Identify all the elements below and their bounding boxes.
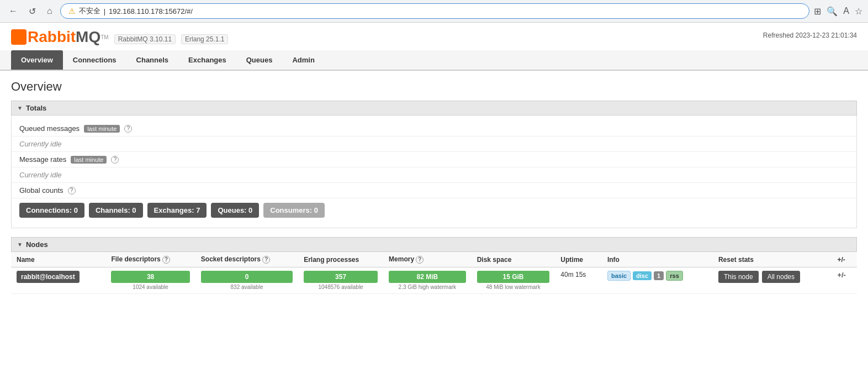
col-memory: Memory ? [383,252,472,267]
queues-count-btn[interactable]: Queues: 0 [211,203,259,218]
message-rates-help[interactable]: ? [111,156,119,164]
nodes-table-header-row: Name File descriptors ? Socket descripto… [11,252,857,267]
file-descriptors-help[interactable]: ? [162,256,170,264]
nav-channels[interactable]: Channels [126,50,179,70]
col-name: Name [11,252,105,267]
logo-mq: MQ [76,28,100,46]
uptime-cell: 40m 15s [555,267,602,294]
col-disk-space: Disk space [472,252,555,267]
memory-cell: 82 MiB 2.3 GiB high watermark [383,267,472,294]
badge-basic[interactable]: basic [607,271,631,281]
memory-help[interactable]: ? [416,256,424,264]
star-icon[interactable]: ☆ [855,6,862,17]
channels-count-btn[interactable]: Channels: 0 [89,203,143,218]
nodes-table: Name File descriptors ? Socket descripto… [11,252,857,294]
nav-queues[interactable]: Queues [236,50,283,70]
idle-text-2: Currently idle [19,171,62,179]
erlang-version: Erlang 25.1.1 [181,34,228,44]
logo-rabbit: Rabbit [28,28,76,46]
unsecure-label: 不安全 [79,6,100,16]
totals-section-body: Queued messages last minute ? Currently … [11,115,857,228]
nodes-section-body: Name File descriptors ? Socket descripto… [11,252,857,294]
col-file-descriptors: File descriptors ? [105,252,195,267]
home-button[interactable]: ⌂ [44,5,56,17]
col-reset-stats: Reset stats [713,252,832,267]
message-rates-row: Message rates last minute ? [12,152,856,167]
global-counts-label: Global counts [19,186,63,195]
exchanges-count-btn[interactable]: Exchanges: 7 [147,203,207,218]
nav-admin[interactable]: Admin [282,50,324,70]
plus-minus-toggle[interactable]: +/- [837,271,846,279]
idle-text-1: Currently idle [19,140,62,148]
global-counts-help[interactable]: ? [68,187,76,195]
queued-messages-row: Queued messages last minute ? [12,121,856,136]
browser-toolbar-icons: ⊞ 🔍 A ☆ [814,6,862,17]
address-bar[interactable]: ⚠ 不安全 | 192.168.110.178:15672/#/ [60,3,810,19]
col-info: Info [602,252,713,267]
url-text: 192.168.110.178:15672/#/ [109,7,193,15]
erlang-processes-cell: 357 1048576 available [298,267,383,294]
refresh-time: Refreshed 2023-12-23 21:01:34 [763,31,857,39]
totals-section-header[interactable]: ▼ Totals [11,101,857,115]
main-nav: Overview Connections Channels Exchanges … [0,50,868,71]
rabbitmq-version: RabbitMQ 3.10.11 [114,34,176,44]
table-row: rabbit@localhost 38 1024 available 0 832… [11,267,857,294]
socket-descriptors-cell: 0 832 available [195,267,298,294]
col-plus-minus: +/- [832,252,857,267]
reset-this-node-btn[interactable]: This node [718,271,759,283]
header-left: RabbitMQTM RabbitMQ 3.10.11 Erlang 25.1.… [11,28,228,46]
search-icon[interactable]: 🔍 [827,6,838,17]
currently-idle-row-2: Currently idle [12,167,856,183]
global-counts-row: Global counts ? [12,183,856,198]
nav-connections[interactable]: Connections [63,50,126,70]
socket-descriptors-help[interactable]: ? [262,256,270,264]
nav-overview[interactable]: Overview [11,50,63,70]
totals-section: ▼ Totals Queued messages last minute ? C… [11,101,857,228]
connections-count-btn[interactable]: Connections: 0 [19,203,84,218]
totals-arrow: ▼ [17,105,23,111]
disk-space-cell: 15 GiB 48 MiB low watermark [472,267,555,294]
version-info: RabbitMQ 3.10.11 Erlang 25.1.1 [114,34,229,44]
totals-section-title: Totals [26,104,46,112]
warning-icon: ⚠ [68,7,76,15]
global-counts-buttons: Connections: 0 Channels: 0 Exchanges: 7 … [12,198,856,222]
page-title: Overview [11,80,857,94]
queued-messages-label: Queued messages [19,124,80,133]
currently-idle-row-1: Currently idle [12,136,856,152]
message-rates-label: Message rates [19,155,66,164]
logo-area: RabbitMQTM RabbitMQ 3.10.11 Erlang 25.1.… [11,28,228,46]
main-content: Overview ▼ Totals Queued messages last m… [0,71,868,312]
nodes-section: ▼ Nodes Name File descriptors ? Socket [11,237,857,294]
message-rates-last-minute-tag[interactable]: last minute [71,156,107,164]
browser-chrome: ← ↺ ⌂ ⚠ 不安全 | 192.168.110.178:15672/#/ ⊞… [0,0,868,23]
nodes-section-header[interactable]: ▼ Nodes [11,237,857,252]
consumers-count-btn[interactable]: Consumers: 0 [263,203,325,218]
badge-disc[interactable]: disc [633,271,652,280]
back-button[interactable]: ← [6,5,21,17]
grid-icon[interactable]: ⊞ [814,6,821,17]
badge-num[interactable]: 1 [654,271,664,280]
last-minute-tag[interactable]: last minute [84,125,120,133]
page-header: RabbitMQTM RabbitMQ 3.10.11 Erlang 25.1.… [0,23,868,46]
file-descriptors-cell: 38 1024 available [105,267,195,294]
plus-minus-cell[interactable]: +/- [832,267,857,294]
info-cell: basic disc 1 rss [602,267,713,294]
badge-rss[interactable]: rss [666,271,683,281]
node-name-cell: rabbit@localhost [11,267,105,294]
queued-messages-help[interactable]: ? [124,125,132,133]
nodes-arrow: ▼ [17,241,23,248]
separator: | [104,7,105,15]
page: RabbitMQTM RabbitMQ 3.10.11 Erlang 25.1.… [0,23,868,312]
nodes-section-title: Nodes [26,240,48,249]
col-socket-descriptors: Socket descriptors ? [195,252,298,267]
font-icon[interactable]: A [843,6,849,17]
col-erlang-processes: Erlang processes [298,252,383,267]
col-uptime: Uptime [555,252,602,267]
refresh-button[interactable]: ↺ [25,5,39,18]
logo-tm: TM [100,34,108,40]
reset-all-nodes-btn[interactable]: All nodes [762,271,800,283]
reset-stats-cell: This node All nodes [713,267,832,294]
nav-exchanges[interactable]: Exchanges [178,50,236,70]
